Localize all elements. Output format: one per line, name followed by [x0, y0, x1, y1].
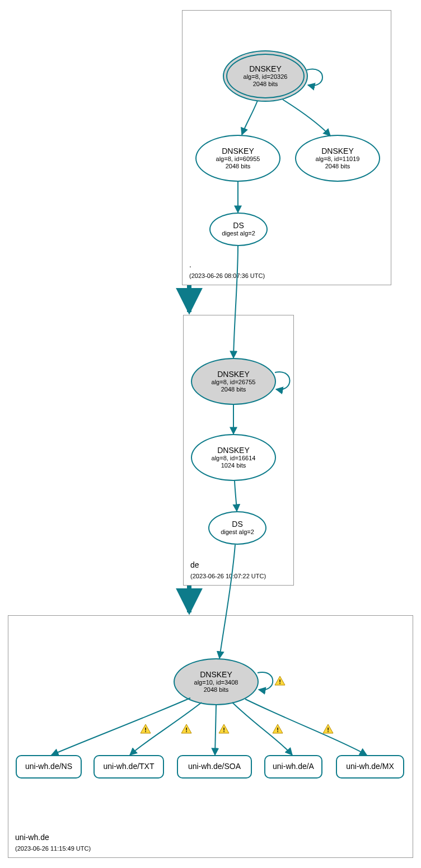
zone-uniwh-timestamp: (2023-06-26 11:15:49 UTC)	[15, 845, 91, 852]
node-title: DNSKEY	[217, 446, 250, 455]
node-detail: digest alg=2	[221, 529, 254, 536]
svg-text:!: !	[144, 727, 147, 733]
warning-icon: !	[272, 724, 283, 734]
node-detail: 2048 bits	[253, 81, 278, 88]
node-title: DNSKEY	[321, 147, 354, 155]
node-title: uni-wh.de/MX	[346, 762, 394, 771]
node-detail: alg=8, id=26755	[212, 379, 256, 386]
node-detail: 1024 bits	[221, 462, 246, 469]
ds-de: DS digest alg=2	[208, 511, 266, 545]
node-detail: alg=10, id=3408	[194, 679, 238, 686]
node-title: uni-wh.de/SOA	[188, 762, 241, 771]
zone-root-timestamp: (2023-06-26 08:07:36 UTC)	[189, 272, 265, 279]
svg-text:!: !	[277, 727, 279, 733]
warning-icon: !	[274, 676, 286, 686]
node-detail: alg=8, id=20326	[244, 73, 288, 81]
dnskey-de-zsk: DNSKEY alg=8, id=16614 1024 bits	[191, 434, 276, 481]
rr-uniwh-a: uni-wh.de/A	[264, 755, 322, 779]
node-title: DNSKEY	[217, 370, 250, 379]
warning-icon: !	[322, 724, 334, 734]
svg-text:!: !	[223, 727, 225, 733]
svg-text:!: !	[327, 727, 329, 733]
node-detail: 2048 bits	[204, 686, 229, 694]
dnskey-de-ksk: DNSKEY alg=8, id=26755 2048 bits	[191, 358, 276, 405]
node-title: DNSKEY	[249, 65, 282, 73]
node-title: DNSKEY	[222, 147, 254, 155]
node-detail: alg=8, id=11019	[316, 155, 360, 163]
node-detail: digest alg=2	[222, 230, 255, 237]
node-title: uni-wh.de/A	[273, 762, 314, 771]
node-detail: alg=8, id=16614	[212, 455, 256, 462]
zone-de-label: de	[190, 560, 199, 569]
warning-icon: !	[140, 724, 151, 734]
rr-uniwh-mx: uni-wh.de/MX	[336, 755, 404, 779]
svg-text:!: !	[279, 678, 281, 685]
zone-uniwh-label: uni-wh.de	[15, 833, 49, 842]
ds-root: DS digest alg=2	[209, 213, 268, 246]
zone-de-timestamp: (2023-06-26 10:07:22 UTC)	[190, 573, 266, 579]
dnskey-uniwh-ksk: DNSKEY alg=10, id=3408 2048 bits	[174, 658, 259, 705]
rr-uniwh-soa: uni-wh.de/SOA	[177, 755, 252, 779]
warning-icon: !	[218, 724, 230, 734]
node-detail: alg=8, id=60955	[216, 155, 260, 163]
rr-uniwh-txt: uni-wh.de/TXT	[93, 755, 164, 779]
node-detail: 2048 bits	[221, 386, 246, 393]
dnskey-root-zsk1: DNSKEY alg=8, id=60955 2048 bits	[195, 135, 280, 182]
node-title: DS	[232, 520, 242, 529]
zone-uniwh: uni-wh.de (2023-06-26 11:15:49 UTC)	[8, 615, 413, 858]
svg-text:!: !	[185, 727, 188, 733]
node-title: uni-wh.de/TXT	[103, 762, 154, 771]
node-detail: 2048 bits	[226, 163, 251, 170]
node-title: DS	[233, 221, 244, 230]
dnskey-root-ksk: DNSKEY alg=8, id=20326 2048 bits	[223, 50, 308, 102]
warning-icon: !	[181, 724, 192, 734]
node-detail: 2048 bits	[325, 163, 350, 170]
dnskey-root-zsk2: DNSKEY alg=8, id=11019 2048 bits	[295, 135, 380, 182]
node-title: DNSKEY	[200, 671, 232, 679]
node-title: uni-wh.de/NS	[25, 762, 72, 771]
rr-uniwh-ns: uni-wh.de/NS	[16, 755, 82, 779]
zone-root-label: .	[189, 260, 191, 269]
